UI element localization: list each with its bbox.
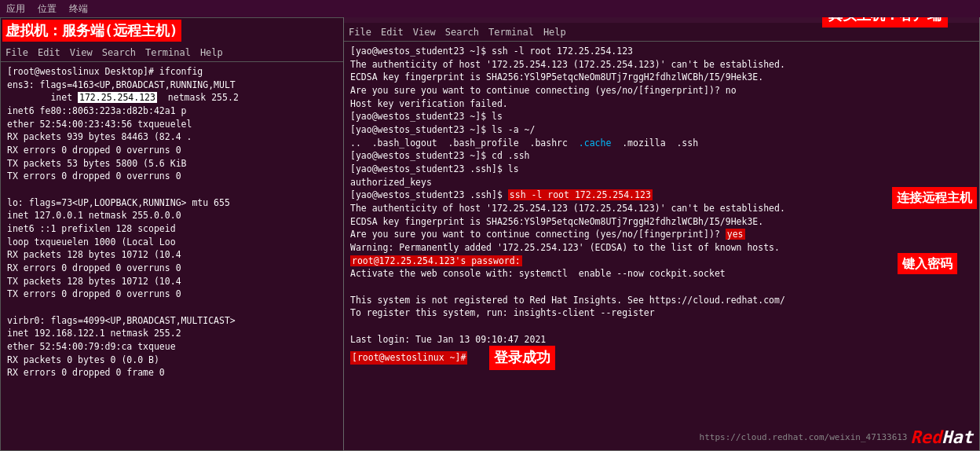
right-line-14: ECDSA key fingerprint is SHA256:YSl9P5et… xyxy=(350,215,973,229)
left-line-16: RX errors 0 dropped 0 overruns 0 xyxy=(7,262,342,275)
top-bar-apps[interactable]: 应用 xyxy=(6,2,25,16)
cache-highlight: .cache xyxy=(579,138,612,148)
left-line-13: inet6 ::1 prefixlen 128 scopeid xyxy=(7,222,342,236)
right-line-15: Are you sure you want to continue connec… xyxy=(350,228,973,241)
right-line-1: [yao@westos_student23 ~]$ ssh -l root 17… xyxy=(350,45,973,58)
redhat-logo: https://cloud.redhat.com/weixin_47133613… xyxy=(700,427,973,447)
left-line-7: RX errors 0 dropped 0 overruns 0 xyxy=(7,144,342,157)
right-line-24: [root@westoslinux ~]# 登录成功 xyxy=(350,346,973,369)
right-menu-edit[interactable]: Edit xyxy=(381,27,404,38)
right-line-16: Warning: Permanently added '172.25.254.1… xyxy=(350,241,973,255)
right-line-17: root@172.25.254.123's password: 键入密码 xyxy=(350,255,973,268)
left-line-9: TX errors 0 dropped 0 overruns 0 xyxy=(7,170,342,183)
right-line-9: [yao@westos_student23 ~]$ cd .ssh xyxy=(350,149,973,163)
left-menubar: File Edit View Search Terminal Help xyxy=(1,43,349,62)
right-terminal-content: [yao@westos_student23 ~]$ ssh -l root 17… xyxy=(344,42,979,450)
right-line-2: The authenticity of host '172.25.254.123… xyxy=(350,58,973,72)
right-line-13: The authenticity of host '172.25.254.123… xyxy=(350,202,973,215)
left-line-14: loop txqueuelen 1000 (Local Loo xyxy=(7,236,342,249)
left-line-23: RX packets 0 bytes 0 (0.0 B) xyxy=(7,354,342,367)
right-terminal-window: root@westoslinux:~ ✕ 真实主机：客户端 File Edit … xyxy=(343,0,980,451)
right-line-8: .. .bash_logout .bash_profile .bashrc .c… xyxy=(350,137,973,150)
left-line-6: RX packets 939 bytes 84463 (82.4 . xyxy=(7,130,342,144)
redhat-url: https://cloud.redhat.com/weixin_47133613 xyxy=(700,432,908,442)
right-line-21: To register this system, run: insights-c… xyxy=(350,306,973,320)
left-line-2: ens3: flags=4163<UP,BROADCAST,RUNNING,MU… xyxy=(7,79,342,92)
right-line-5: Host key verification failed. xyxy=(350,97,973,111)
left-menu-file[interactable]: File xyxy=(5,47,28,58)
left-window-annotation: 虚拟机：服务端(远程主机) xyxy=(2,20,181,42)
left-line-22: ether 52:54:00:79:d9:ca txqueue xyxy=(7,340,342,354)
left-line-1: [root@westoslinux Desktop]# ifconfig xyxy=(7,65,342,79)
left-menu-edit[interactable]: Edit xyxy=(38,47,60,58)
ssh-command-highlight: ssh -l root 172.25.254.123 xyxy=(508,189,653,200)
left-line-24: RX errors 0 dropped 0 frame 0 xyxy=(7,366,342,380)
right-line-18: Activate the web console with: systemctl… xyxy=(350,267,973,280)
login-success-annotation: 登录成功 xyxy=(489,346,555,369)
left-terminal-content: [root@westoslinux Desktop]# ifconfig ens… xyxy=(1,62,349,450)
left-line-15: RX packets 128 bytes 10712 (10.4 xyxy=(7,248,342,262)
final-prompt-highlight: [root@westoslinux ~]# xyxy=(350,351,467,365)
password-prompt-highlight: root@172.25.254.123's password: xyxy=(350,255,522,266)
right-line-12: [yao@westos_student23 .ssh]$ ssh -l root… xyxy=(350,189,973,202)
left-menu-view[interactable]: View xyxy=(70,47,93,58)
right-line-10: [yao@westos_student23 .ssh]$ ls xyxy=(350,163,973,176)
left-terminal-window: 虚拟机：服务端(远程主机) File Edit View Search Term… xyxy=(0,17,349,451)
left-line-10 xyxy=(7,183,342,196)
left-menu-help[interactable]: Help xyxy=(200,47,223,58)
left-line-3: inet 172.25.254.123 netmask 255.2 xyxy=(7,91,342,104)
system-top-bar: 应用 位置 终端 xyxy=(0,0,980,17)
left-line-4: inet6 fe80::8063:223a:d82b:42a1 p xyxy=(7,104,342,118)
enter-password-annotation: 键入密码 xyxy=(898,253,957,274)
right-line-3: ECDSA key fingerprint is SHA256:YSl9P5et… xyxy=(350,71,973,84)
right-menu-terminal[interactable]: Terminal xyxy=(488,27,534,38)
right-line-4: Are you sure you want to continue connec… xyxy=(350,84,973,97)
yes-highlight: yes xyxy=(726,229,745,240)
right-line-7: [yao@westos_student23 ~]$ ls -a ~/ xyxy=(350,123,973,137)
right-line-22 xyxy=(350,320,973,333)
right-menu-search[interactable]: Search xyxy=(445,27,479,38)
left-line-18: TX errors 0 dropped 0 overruns 0 xyxy=(7,288,342,301)
right-line-19 xyxy=(350,280,973,294)
left-line-12: inet 127.0.0.1 netmask 255.0.0.0 xyxy=(7,209,342,222)
left-line-17: TX packets 128 bytes 10712 (10.4 xyxy=(7,275,342,288)
ip-highlight: 172.25.254.123 xyxy=(78,92,157,103)
redhat-logo-text: RedHat xyxy=(911,427,974,447)
left-menu-search[interactable]: Search xyxy=(102,47,136,58)
connect-remote-annotation: 连接远程主机 xyxy=(892,187,977,208)
left-line-21: inet 192.168.122.1 netmask 255.2 xyxy=(7,327,342,340)
right-line-6: [yao@westos_student23 ~]$ ls xyxy=(350,110,973,123)
left-line-8: TX packets 53 bytes 5800 (5.6 KiB xyxy=(7,157,342,170)
right-line-23: Last login: Tue Jan 13 09:10:47 2021 xyxy=(350,333,973,346)
left-line-11: lo: flags=73<UP,LOOPBACK,RUNNING> mtu 65… xyxy=(7,196,342,210)
left-line-19 xyxy=(7,301,342,314)
left-line-5: ether 52:54:00:23:43:56 txqueuelel xyxy=(7,118,342,131)
right-menu-view[interactable]: View xyxy=(413,27,436,38)
left-menu-terminal[interactable]: Terminal xyxy=(145,47,191,58)
right-line-20: This system is not registered to Red Hat… xyxy=(350,294,973,307)
top-bar-places[interactable]: 位置 xyxy=(38,2,57,16)
right-menu-file[interactable]: File xyxy=(349,27,371,38)
right-menu-help[interactable]: Help xyxy=(543,27,566,38)
left-line-20: virbr0: flags=4099<UP,BROADCAST,MULTICAS… xyxy=(7,314,342,328)
top-bar-terminal[interactable]: 终端 xyxy=(69,2,88,16)
right-line-11: authorized_keys xyxy=(350,176,973,189)
